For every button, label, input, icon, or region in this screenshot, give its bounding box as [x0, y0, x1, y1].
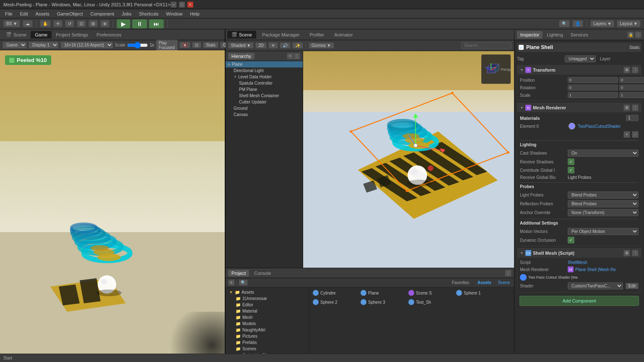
play-focused-btn[interactable]: Play Focused — [156, 40, 178, 51]
maximize-on-play-btn[interactable]: ⊡ — [192, 42, 201, 48]
material-add-btn[interactable]: + — [623, 131, 630, 138]
pause-btn[interactable]: ⏸ — [132, 19, 147, 28]
asset-test-sh[interactable]: Test_Sh — [407, 298, 453, 306]
scale-tool[interactable]: ⊡ — [77, 20, 86, 27]
preferences-tab[interactable]: Preferences — [92, 31, 125, 39]
menu-edit[interactable]: Edit — [17, 10, 31, 17]
scene-lighting-btn[interactable]: ☀ — [268, 42, 278, 49]
tree-prefabs[interactable]: 📁 Prefabs — [226, 339, 309, 346]
layout-dropdown[interactable]: Layout ▼ — [617, 20, 641, 27]
menu-shortcuts[interactable]: Shortcuts — [136, 10, 162, 17]
asset-scene-s[interactable]: Scene S — [407, 289, 453, 297]
project-search-btn[interactable]: 🔍 — [239, 279, 248, 286]
minimize-btn[interactable]: ─ — [171, 2, 177, 8]
aspect-select[interactable]: 16×16 (12:16 Aspect) — [60, 41, 113, 49]
shell-mesh-header[interactable]: ▼ C# Shell Mesh (Script) ⚙ ⋮ — [517, 248, 641, 258]
anchor-override-dropdown[interactable]: None (Transform) — [568, 209, 639, 216]
scene-gizmos-btn[interactable]: Gizmos ▼ — [309, 42, 334, 49]
project-add-btn[interactable]: + — [228, 279, 235, 286]
menu-assets[interactable]: Assets — [32, 10, 53, 17]
lighting-tab[interactable]: Lighting — [543, 31, 566, 39]
bottom-panel-menu[interactable]: ⋮ — [505, 270, 512, 277]
transform-settings-btn[interactable]: ⚙ — [623, 67, 630, 73]
tree-naughty[interactable]: 📁 NaughtyAttri — [226, 327, 309, 333]
mesh-renderer-more-btn[interactable]: ⋮ — [632, 104, 639, 111]
tree-material[interactable]: 📁 Material — [226, 308, 309, 314]
view-2d-btn[interactable]: 2D — [255, 42, 267, 49]
tree-pictures[interactable]: 📁 Pictures — [226, 333, 309, 339]
package-manager-tab[interactable]: Package Manager — [258, 31, 304, 39]
tree-models[interactable]: 📁 Models — [226, 321, 309, 327]
collab-btn[interactable]: 👤 — [572, 20, 583, 27]
animator-tab[interactable]: Animator — [330, 31, 357, 39]
play-btn[interactable]: ▶ — [117, 19, 130, 28]
asset-cylindre[interactable]: Cylindre — [311, 289, 357, 297]
menu-component[interactable]: Component — [87, 10, 117, 17]
tree-editor[interactable]: 📁 Editor — [226, 302, 309, 308]
scene-audio-btn[interactable]: 🔊 — [280, 42, 291, 49]
transform-tool[interactable]: ⊕ — [100, 20, 109, 27]
hierarchy-tab[interactable]: Hierarchy — [228, 53, 254, 59]
search-btn[interactable]: 🔍 — [559, 20, 570, 27]
materials-count[interactable] — [626, 115, 639, 121]
tree-mesh[interactable]: 📁 Mesh — [226, 314, 309, 321]
asset-sphere2[interactable]: Sphere 2 — [311, 298, 357, 306]
scene-view-tab[interactable]: 🎬 Scene — [227, 31, 256, 39]
hier-item-spatula[interactable]: Spatula Controller — [226, 80, 303, 86]
hierarchy-menu-btn[interactable]: ⋮ — [293, 53, 300, 59]
asset-sphere3[interactable]: Sphere 3 — [359, 298, 405, 306]
cloud-btn[interactable]: ☁ — [23, 20, 33, 27]
transform-more-btn[interactable]: ⋮ — [632, 67, 639, 73]
asset-sphere1[interactable]: Sphere 1 — [454, 289, 501, 297]
scale-x[interactable] — [568, 92, 618, 98]
asset-plane[interactable]: Plane — [359, 289, 405, 297]
add-component-btn[interactable]: Add Component — [519, 296, 639, 306]
hier-item-ground[interactable]: Ground — [226, 105, 303, 111]
bs-dropdown[interactable]: BS ▼ — [3, 20, 20, 27]
hier-item-cutter[interactable]: Cutter Updater — [226, 99, 303, 105]
shaded-btn[interactable]: Shaded ▼ — [228, 42, 254, 49]
inspector-tab[interactable]: Inspector — [517, 31, 543, 39]
hier-item-canvas[interactable]: Canvas — [226, 111, 303, 118]
hier-item-directional-light[interactable]: Directional Light — [226, 67, 303, 74]
game-select[interactable]: Game — [3, 41, 27, 49]
close-btn[interactable]: ✕ — [187, 2, 193, 8]
move-tool[interactable]: ✛ — [53, 20, 62, 27]
tree-unnecessary[interactable]: 📁 1Unnecessar — [226, 295, 309, 302]
rotation-y[interactable] — [619, 85, 644, 90]
console-tab[interactable]: Console — [251, 270, 274, 277]
mute-btn[interactable]: 🔇 — [179, 42, 190, 48]
receive-shadows-toggle[interactable]: ✓ — [568, 158, 574, 165]
scene-viewport[interactable]: Persp — [303, 51, 514, 268]
position-x[interactable] — [568, 77, 618, 83]
menu-window[interactable]: Window — [163, 10, 186, 17]
services-tab[interactable]: Services — [567, 31, 592, 39]
insp-menu-btn[interactable]: ⋮ — [635, 31, 641, 38]
motion-vectors-dropdown[interactable]: Per Object Motion — [568, 228, 639, 235]
hier-item-pm-plane[interactable]: PM Plane — [226, 86, 303, 93]
hier-item-level-data[interactable]: ▼ Level Data Holder — [226, 74, 303, 80]
scene-fx-btn[interactable]: ✨ — [292, 42, 303, 49]
scale-slider[interactable] — [127, 42, 148, 49]
hierarchy-add-btn[interactable]: + — [287, 53, 293, 59]
reflection-probes-dropdown[interactable]: Blend Probes — [568, 200, 639, 207]
menu-jobs[interactable]: Jobs — [118, 10, 135, 17]
maximize-btn[interactable]: □ — [179, 2, 185, 8]
insp-lock-btn[interactable]: 🔒 — [627, 31, 634, 38]
game-tab[interactable]: Game — [31, 31, 52, 39]
shell-mesh-more-btn[interactable]: ⋮ — [632, 250, 639, 256]
shader-dropdown[interactable]: Custom/TwoPassC... — [568, 282, 623, 290]
mesh-renderer-header[interactable]: ▼ M Mesh Renderer ⚙ ⋮ — [517, 103, 641, 112]
menu-file[interactable]: File — [2, 10, 16, 17]
hier-item-shell-mesh[interactable]: Shell Mesh Container — [226, 93, 303, 99]
scene-tab[interactable]: 🎬 Scene — [2, 31, 31, 39]
tree-assets[interactable]: ▼ 📁 Assets — [226, 289, 309, 295]
cast-shadows-dropdown[interactable]: On — [568, 150, 639, 157]
rotate-tool[interactable]: ↺ — [65, 20, 74, 27]
shell-mesh-settings-btn[interactable]: ⚙ — [623, 250, 630, 256]
display-select[interactable]: Display 1 — [29, 41, 59, 49]
menu-help[interactable]: Help — [187, 10, 203, 17]
shader-edit-btn[interactable]: Edit — [626, 283, 639, 289]
position-y[interactable] — [619, 77, 644, 83]
step-btn[interactable]: ⏭ — [149, 19, 164, 28]
